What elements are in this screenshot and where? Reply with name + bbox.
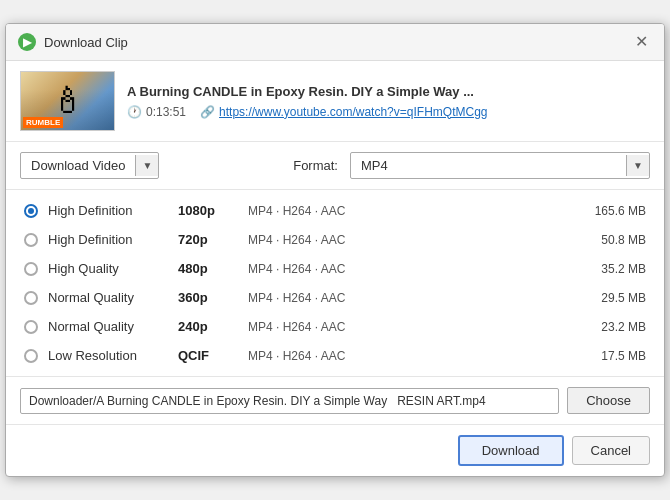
- format-arrow: ▼: [626, 155, 649, 176]
- quality-size-5: 23.2 MB: [576, 320, 646, 334]
- quality-name-2: High Definition: [48, 232, 178, 247]
- quality-row-6[interactable]: Low ResolutionQCIFMP4 · H264 · AAC17.5 M…: [20, 341, 650, 370]
- quality-size-2: 50.8 MB: [576, 233, 646, 247]
- quality-row-2[interactable]: High Definition720pMP4 · H264 · AAC50.8 …: [20, 225, 650, 254]
- radio-btn-2: [24, 233, 38, 247]
- close-button[interactable]: ✕: [631, 32, 652, 52]
- quality-size-1: 165.6 MB: [576, 204, 646, 218]
- clock-icon: 🕐: [127, 105, 142, 119]
- video-thumbnail: 🕯 RUMBLE: [20, 71, 115, 131]
- download-clip-dialog: ▶ Download Clip ✕ 🕯 RUMBLE A Burning CAN…: [5, 23, 665, 477]
- quality-row-3[interactable]: High Quality480pMP4 · H264 · AAC35.2 MB: [20, 254, 650, 283]
- video-info-section: 🕯 RUMBLE A Burning CANDLE in Epoxy Resin…: [6, 61, 664, 142]
- video-url[interactable]: https://www.youtube.com/watch?v=qIFHmQtM…: [219, 105, 487, 119]
- download-type-arrow: ▼: [135, 155, 158, 176]
- quality-size-4: 29.5 MB: [576, 291, 646, 305]
- video-meta: 🕐 0:13:51 🔗 https://www.youtube.com/watc…: [127, 105, 650, 119]
- quality-res-5: 240p: [178, 319, 248, 334]
- download-type-dropdown[interactable]: Download Video ▼: [20, 152, 159, 179]
- radio-btn-5: [24, 320, 38, 334]
- quality-res-6: QCIF: [178, 348, 248, 363]
- quality-row-5[interactable]: Normal Quality240pMP4 · H264 · AAC23.2 M…: [20, 312, 650, 341]
- video-duration: 0:13:51: [146, 105, 186, 119]
- video-details: A Burning CANDLE in Epoxy Resin. DIY a S…: [127, 84, 650, 119]
- action-row: Download Cancel: [6, 425, 664, 476]
- duration-item: 🕐 0:13:51: [127, 105, 186, 119]
- quality-codec-5: MP4 · H264 · AAC: [248, 320, 576, 334]
- radio-btn-6: [24, 349, 38, 363]
- quality-size-3: 35.2 MB: [576, 262, 646, 276]
- controls-row: Download Video ▼ Format: MP4 ▼: [6, 142, 664, 190]
- path-row: Choose: [6, 377, 664, 425]
- quality-name-1: High Definition: [48, 203, 178, 218]
- quality-codec-2: MP4 · H264 · AAC: [248, 233, 576, 247]
- quality-res-4: 360p: [178, 290, 248, 305]
- thumbnail-source-label: RUMBLE: [23, 117, 63, 128]
- radio-btn-4: [24, 291, 38, 305]
- title-bar-left: ▶ Download Clip: [18, 33, 128, 51]
- url-item: 🔗 https://www.youtube.com/watch?v=qIFHmQ…: [200, 105, 487, 119]
- quality-codec-3: MP4 · H264 · AAC: [248, 262, 576, 276]
- save-path-input[interactable]: [20, 388, 559, 414]
- quality-codec-4: MP4 · H264 · AAC: [248, 291, 576, 305]
- cancel-button[interactable]: Cancel: [572, 436, 650, 465]
- choose-button[interactable]: Choose: [567, 387, 650, 414]
- quality-name-6: Low Resolution: [48, 348, 178, 363]
- radio-btn-1: [24, 204, 38, 218]
- video-title: A Burning CANDLE in Epoxy Resin. DIY a S…: [127, 84, 650, 99]
- link-icon: 🔗: [200, 105, 215, 119]
- quality-res-1: 1080p: [178, 203, 248, 218]
- quality-res-3: 480p: [178, 261, 248, 276]
- format-value: MP4: [351, 153, 626, 178]
- dialog-title: Download Clip: [44, 35, 128, 50]
- format-label: Format:: [293, 158, 338, 173]
- radio-btn-3: [24, 262, 38, 276]
- quality-codec-6: MP4 · H264 · AAC: [248, 349, 576, 363]
- quality-row-1[interactable]: High Definition1080pMP4 · H264 · AAC165.…: [20, 196, 650, 225]
- download-type-value: Download Video: [21, 153, 135, 178]
- quality-name-4: Normal Quality: [48, 290, 178, 305]
- format-dropdown[interactable]: MP4 ▼: [350, 152, 650, 179]
- quality-name-5: Normal Quality: [48, 319, 178, 334]
- download-button[interactable]: Download: [458, 435, 564, 466]
- quality-size-6: 17.5 MB: [576, 349, 646, 363]
- quality-codec-1: MP4 · H264 · AAC: [248, 204, 576, 218]
- title-bar: ▶ Download Clip ✕: [6, 24, 664, 61]
- quality-res-2: 720p: [178, 232, 248, 247]
- app-icon: ▶: [18, 33, 36, 51]
- quality-name-3: High Quality: [48, 261, 178, 276]
- quality-row-4[interactable]: Normal Quality360pMP4 · H264 · AAC29.5 M…: [20, 283, 650, 312]
- quality-list: High Definition1080pMP4 · H264 · AAC165.…: [6, 190, 664, 377]
